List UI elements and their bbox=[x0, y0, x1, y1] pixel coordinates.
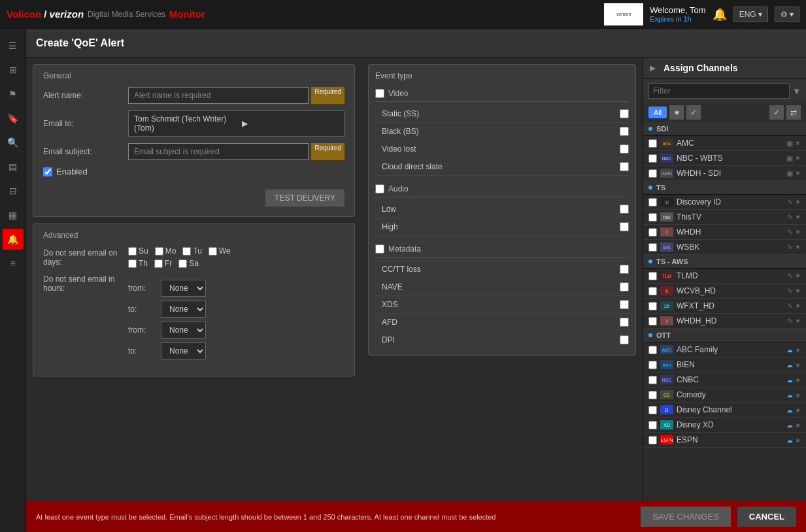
channel-checkbox-cnbc[interactable] bbox=[648, 376, 657, 384]
channel-checkbox-bien[interactable] bbox=[648, 361, 657, 369]
sidebar-icon-list[interactable]: ▤ bbox=[3, 156, 24, 177]
nbc-star[interactable]: ★ bbox=[795, 154, 801, 163]
sidebar-icon-flag[interactable]: ⚑ bbox=[3, 84, 24, 105]
all-button[interactable]: All bbox=[648, 107, 667, 118]
disney-xd-star[interactable]: ★ bbox=[795, 422, 801, 429]
day-mo[interactable]: Mo bbox=[155, 246, 176, 256]
channel-checkbox-espn[interactable] bbox=[648, 436, 657, 444]
channel-checkbox-wfxt-hd[interactable] bbox=[648, 302, 657, 310]
from-select-1[interactable]: None12am1am bbox=[161, 280, 206, 297]
sidebar-icon-layers[interactable]: ▦ bbox=[3, 205, 24, 225]
check-filter-button[interactable]: ✓ bbox=[686, 105, 701, 120]
to-select-2[interactable]: None12am1am bbox=[161, 342, 206, 359]
email-to-field[interactable]: Tom Schmidt (Tech Writer) (Tom) ▶ bbox=[128, 110, 344, 137]
cancel-button[interactable]: CANCEL bbox=[737, 507, 796, 527]
star-filter-button[interactable]: ★ bbox=[669, 105, 684, 120]
event-check-cloud-direct[interactable] bbox=[620, 162, 629, 171]
channel-item-tlmd: TLM TLMD ✎ ★ bbox=[643, 269, 806, 284]
thistv-star[interactable]: ★ bbox=[795, 213, 801, 222]
event-check-dpi[interactable] bbox=[620, 335, 629, 344]
day-we[interactable]: We bbox=[209, 246, 231, 256]
email-arrow-icon[interactable]: ▶ bbox=[237, 116, 344, 131]
channel-checkbox-disney-channel[interactable] bbox=[648, 406, 657, 414]
alert-name-input[interactable] bbox=[128, 87, 309, 104]
sidebar-icon-bookmark[interactable]: 🔖 bbox=[3, 108, 24, 129]
bien-star[interactable]: ★ bbox=[795, 361, 801, 369]
channels-actions: All ★ ✓ ✓ ⇄ bbox=[643, 103, 806, 122]
transfer-button[interactable]: ⇄ bbox=[786, 105, 801, 120]
sidebar-icon-alert[interactable]: 🔔 bbox=[3, 229, 24, 250]
channel-logo-abc-family: ABC bbox=[660, 345, 673, 354]
abc-family-star[interactable]: ★ bbox=[795, 346, 801, 354]
sidebar-icon-grid[interactable]: ⊞ bbox=[3, 59, 24, 80]
save-changes-button[interactable]: SAVE CHANGES bbox=[641, 507, 731, 527]
wfxt-star[interactable]: ★ bbox=[795, 302, 801, 310]
event-check-video-lost[interactable] bbox=[620, 144, 629, 154]
tlmd-star[interactable]: ★ bbox=[795, 272, 801, 280]
ts-group-label: TS bbox=[656, 184, 801, 191]
day-sa[interactable]: Sa bbox=[178, 259, 199, 268]
day-tu[interactable]: Tu bbox=[182, 246, 202, 256]
channel-checkbox-thistv[interactable] bbox=[648, 213, 657, 222]
bell-icon[interactable]: 🔔 bbox=[713, 7, 727, 22]
event-check-audio-high[interactable] bbox=[620, 222, 629, 231]
event-check-afd[interactable] bbox=[620, 318, 629, 327]
channel-checkbox-tlmd[interactable] bbox=[648, 272, 657, 280]
video-section-checkbox[interactable] bbox=[375, 89, 384, 98]
channel-checkbox-wcvb-hd[interactable] bbox=[648, 287, 657, 295]
channel-logo-disney-channel: D bbox=[660, 405, 673, 414]
enabled-checkbox[interactable] bbox=[43, 167, 52, 176]
from-select-2[interactable]: None12am1am bbox=[161, 322, 206, 339]
whdh-sdi-star[interactable]: ★ bbox=[795, 169, 801, 178]
day-fr[interactable]: Fr bbox=[154, 259, 172, 268]
channel-checkbox-amc[interactable] bbox=[648, 139, 657, 148]
metadata-section-checkbox[interactable] bbox=[375, 244, 384, 254]
channel-checkbox-nbc-wbts[interactable] bbox=[648, 154, 657, 163]
channel-checkbox-abc-family[interactable] bbox=[648, 346, 657, 354]
enabled-label: Enabled bbox=[56, 167, 88, 176]
event-check-xds[interactable] bbox=[620, 300, 629, 309]
event-check-black[interactable] bbox=[620, 127, 629, 136]
channel-checkbox-wsbk[interactable] bbox=[648, 243, 657, 252]
sidebar-icon-search[interactable]: 🔍 bbox=[3, 132, 24, 153]
settings-button[interactable]: ⚙ ▾ bbox=[775, 7, 799, 22]
email-subject-input[interactable] bbox=[128, 143, 309, 160]
channels-filter-bar: ▼ bbox=[643, 79, 806, 103]
channel-checkbox-whdh-hd[interactable] bbox=[648, 317, 657, 325]
sidebar-icon-lines[interactable]: ≡ bbox=[3, 253, 24, 274]
channel-checkbox-discovery-id[interactable] bbox=[648, 198, 657, 207]
event-check-audio-low[interactable] bbox=[620, 205, 629, 214]
to-select-1[interactable]: None12am1am bbox=[161, 301, 206, 318]
channel-checkbox-comedy[interactable] bbox=[648, 391, 657, 399]
channels-filter-input[interactable] bbox=[648, 83, 790, 99]
whdh-hd-star[interactable]: ★ bbox=[795, 317, 801, 325]
whdh-star[interactable]: ★ bbox=[795, 228, 801, 237]
channels-list: SDI amc AMC ▣ ★ NBC NBC - WB bbox=[643, 122, 806, 501]
channel-checkbox-disney-xd[interactable] bbox=[648, 421, 657, 429]
cnbc-star[interactable]: ★ bbox=[795, 376, 801, 384]
disney-channel-star[interactable]: ★ bbox=[795, 407, 801, 414]
wcvb-star[interactable]: ★ bbox=[795, 287, 801, 295]
sidebar-icon-blocks[interactable]: ⊟ bbox=[3, 180, 24, 201]
check-all-button[interactable]: ✓ bbox=[769, 105, 784, 120]
espn-star[interactable]: ★ bbox=[795, 437, 801, 444]
comedy-star[interactable]: ★ bbox=[795, 391, 801, 399]
channel-checkbox-whdh-sdi[interactable] bbox=[648, 169, 657, 178]
amc-star[interactable]: ★ bbox=[795, 139, 801, 148]
lang-button[interactable]: ENG ▾ bbox=[733, 7, 768, 22]
wsbk-star[interactable]: ★ bbox=[795, 243, 801, 252]
day-th[interactable]: Th bbox=[128, 259, 148, 268]
channel-checkbox-whdh[interactable] bbox=[648, 228, 657, 237]
channel-logo-espn: ESPN bbox=[660, 435, 673, 444]
test-delivery-button[interactable]: TEST DELIVERY bbox=[265, 190, 344, 207]
event-name-cc-tt: CC/TT loss bbox=[375, 265, 421, 274]
audio-section-checkbox[interactable] bbox=[375, 184, 384, 193]
discovery-id-star[interactable]: ★ bbox=[795, 198, 801, 207]
event-check-nave[interactable] bbox=[620, 282, 629, 291]
day-su[interactable]: Su bbox=[128, 246, 148, 256]
sidebar-icon-menu[interactable]: ☰ bbox=[3, 35, 24, 56]
enabled-checkbox-label[interactable]: Enabled bbox=[43, 167, 344, 176]
event-check-cc-tt[interactable] bbox=[620, 265, 629, 274]
event-check-static[interactable] bbox=[620, 109, 629, 118]
wcvb-hd-actions: ✎ ★ bbox=[787, 287, 801, 295]
